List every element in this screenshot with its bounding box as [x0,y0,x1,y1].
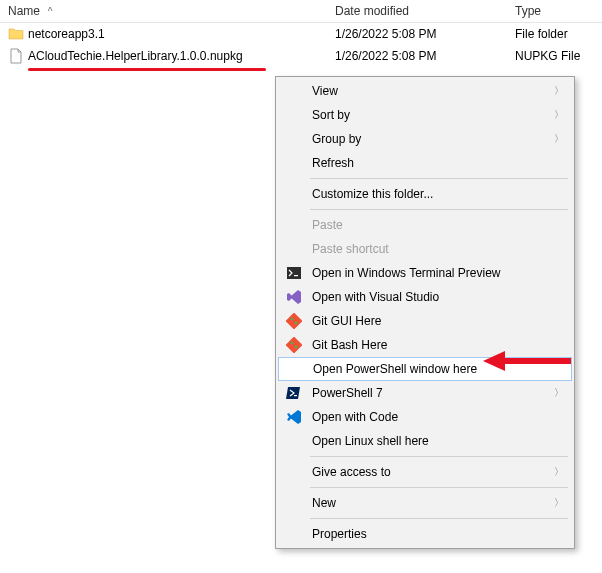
terminal-icon [282,265,306,281]
file-date: 1/26/2022 5:08 PM [335,49,515,63]
column-header-type[interactable]: Type [515,4,595,18]
chevron-right-icon: 〉 [554,132,564,146]
menu-open-with-code[interactable]: Open with Code [278,405,572,429]
powershell-icon [282,385,306,401]
menu-sort-by[interactable]: Sort by 〉 [278,103,572,127]
svg-rect-8 [294,395,297,396]
menu-separator [310,178,568,179]
chevron-right-icon: 〉 [554,496,564,510]
git-icon [282,337,306,353]
file-name: netcoreapp3.1 [28,27,105,41]
file-type: NUPKG File [515,49,595,63]
svg-rect-5 [286,337,302,353]
menu-separator [310,518,568,519]
context-menu: View 〉 Sort by 〉 Group by 〉 Refresh Cust… [275,76,575,549]
chevron-right-icon: 〉 [554,465,564,479]
file-name: ACloudTechie.HelperLibrary.1.0.0.nupkg [28,49,243,63]
menu-group-by[interactable]: Group by 〉 [278,127,572,151]
svg-rect-0 [287,267,301,279]
sort-ascending-icon: ^ [40,6,60,17]
menu-give-access-to[interactable]: Give access to 〉 [278,460,572,484]
file-row-nupkg[interactable]: ACloudTechie.HelperLibrary.1.0.0.nupkg 1… [0,45,602,67]
chevron-right-icon: 〉 [554,84,564,98]
svg-point-7 [295,346,298,349]
column-header-date[interactable]: Date modified [335,4,515,18]
menu-customize-folder[interactable]: Customize this folder... [278,182,572,206]
visual-studio-icon [282,289,306,305]
menu-open-linux-shell[interactable]: Open Linux shell here [278,429,572,453]
menu-git-gui[interactable]: Git GUI Here [278,309,572,333]
menu-git-bash[interactable]: Git Bash Here [278,333,572,357]
file-date: 1/26/2022 5:08 PM [335,27,515,41]
chevron-right-icon: 〉 [554,386,564,400]
file-list: Name ^ Date modified Type netcoreapp3.1 … [0,0,602,71]
vscode-icon [282,409,306,425]
menu-refresh[interactable]: Refresh [278,151,572,175]
menu-properties[interactable]: Properties [278,522,572,546]
menu-separator [310,487,568,488]
folder-icon [8,26,24,42]
svg-rect-1 [294,275,298,276]
file-type: File folder [515,27,595,41]
column-header-row: Name ^ Date modified Type [0,0,602,23]
file-row-folder[interactable]: netcoreapp3.1 1/26/2022 5:08 PM File fol… [0,23,602,45]
menu-open-powershell-here[interactable]: Open PowerShell window here [278,357,572,381]
menu-paste-shortcut: Paste shortcut [278,237,572,261]
chevron-right-icon: 〉 [554,108,564,122]
menu-open-windows-terminal[interactable]: Open in Windows Terminal Preview [278,261,572,285]
svg-point-4 [295,322,298,325]
menu-view[interactable]: View 〉 [278,79,572,103]
annotation-underline [28,68,266,71]
svg-point-6 [291,342,294,345]
menu-paste: Paste [278,213,572,237]
menu-powershell7[interactable]: PowerShell 7 〉 [278,381,572,405]
svg-rect-2 [286,313,302,329]
file-icon [8,48,24,64]
menu-separator [310,209,568,210]
column-header-name[interactable]: Name ^ [0,4,335,18]
menu-open-visual-studio[interactable]: Open with Visual Studio [278,285,572,309]
svg-point-3 [291,318,294,321]
git-icon [282,313,306,329]
menu-new[interactable]: New 〉 [278,491,572,515]
menu-separator [310,456,568,457]
